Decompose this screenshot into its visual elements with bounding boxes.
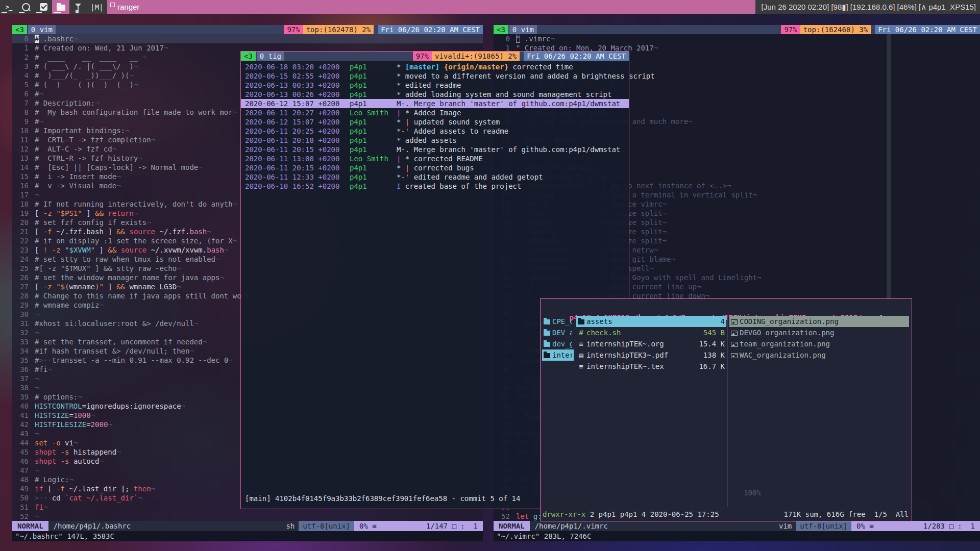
- file-item[interactable]: #check.sh545 B: [576, 327, 726, 338]
- parent-dir-item[interactable]: inter~: [542, 349, 574, 361]
- file-item[interactable]: ≡internshipTEK~.org15.4 K: [576, 338, 726, 349]
- vim-cursor-position: 1/147 □ : 1: [426, 521, 478, 531]
- clock-badge: Fri 06/26 02:20 AM CEST: [524, 52, 629, 61]
- tag-indicator: [36, 12, 42, 13]
- preview-file-item[interactable]: team_organization.png: [729, 338, 909, 349]
- commit-row[interactable]: 2020-06-11 20:25 +0200p4p1*-' Added asse…: [241, 127, 629, 136]
- commit-row[interactable]: 2020-06-11 20:18 +0200p4p1* added assets: [241, 136, 629, 145]
- commit-row[interactable]: 2020-06-11 13:08 +0200Leo Smith| * corre…: [241, 154, 629, 163]
- preview-file-item[interactable]: DEVGO_organization.png: [729, 327, 909, 338]
- ranger-footer: drwxr-xr-x 2 p4p1 p4p1 4 2020-06-25 17:2…: [543, 509, 909, 519]
- commit-row[interactable]: 2020-06-11 20:15 +0200p4p1* | corrected …: [241, 163, 629, 172]
- tmux-bar-tig: <3 0 tig 97% vivaldi+:(91865) 2% Fri 06/…: [241, 52, 629, 61]
- commit-row[interactable]: 2020-06-15 02:55 +0200p4p1* moved to a d…: [241, 71, 629, 81]
- parent-dir-item[interactable]: dev_go: [542, 338, 574, 349]
- vim-scroll-percent: 0% ≡: [856, 521, 874, 531]
- commit-row[interactable]: 2020-06-11 20:15 +0200p4p1M-. Merge bran…: [241, 145, 629, 154]
- tig-status-line: [main] 4102b4f0145f9a3b33b2f6389cef3901f…: [245, 494, 520, 503]
- file-item[interactable]: assets4: [576, 316, 726, 327]
- code-line: 52¬: [12, 512, 483, 521]
- file-item[interactable]: ≡internshipTEK~.tex16.7 K: [576, 361, 726, 372]
- vim-position-badge: 0% ≡ 1/147 □ : 1: [354, 521, 483, 531]
- commit-row[interactable]: 2020-06-11 12:33 +0200p4p1*-' edited rea…: [241, 172, 629, 182]
- tag-media[interactable]: [69, 0, 87, 14]
- vim-cursor-position: 1/283 □ : 1: [923, 521, 975, 531]
- column-separator: [727, 314, 728, 507]
- tmux-bar-left: <3 0 vim 97% top:(162478) 2% Fri 06/26 0…: [12, 25, 483, 34]
- preview-scroll-percent: 100%: [744, 489, 761, 497]
- ranger-window[interactable]: p4p1@p4p1XPS15 /home/p4p1/Documents/TECH…: [540, 298, 912, 521]
- terminal-icon: >_: [6, 4, 12, 11]
- desktop: >_ |M| ranger [Jun 26 2020 02:20] [98▮] …: [0, 0, 980, 551]
- drink-icon: [75, 3, 82, 11]
- file-info: 2 p4p1 p4p1 4 2020-06-25 17:25: [585, 509, 719, 519]
- cpu-badge: 97%: [781, 25, 800, 34]
- parent-dir-item[interactable]: CPE_c~: [542, 316, 574, 327]
- commit-row[interactable]: 2020-06-10 16:52 +0200p4p1I created base…: [241, 182, 629, 191]
- ranger-parent-column[interactable]: CPE_c~DEV_a~dev_gointer~: [542, 316, 574, 361]
- preview-file-item[interactable]: WAC_organization.png: [729, 349, 909, 361]
- tag-tasks[interactable]: [35, 0, 52, 14]
- commit-row[interactable]: 2020-06-13 00:33 +0200p4p1* edited readm…: [241, 81, 629, 90]
- commit-list[interactable]: 2020-06-18 03:20 +0200p4p1* [master] {or…: [241, 62, 629, 191]
- vim-encoding: utf-8[unix]: [299, 521, 354, 531]
- tmux-window-name[interactable]: 0 vim: [509, 25, 537, 34]
- focused-window-title: ranger: [117, 3, 139, 11]
- vim-filetype: sh: [282, 521, 299, 531]
- code-line: 0# .bashrc¬: [12, 34, 483, 43]
- tmux-session-badge: <3: [12, 25, 27, 34]
- vim-filetype: vim: [775, 521, 796, 531]
- vim-command-line-left[interactable]: "~/.bashrc" 147L, 3583C: [12, 531, 483, 541]
- tag-terminal[interactable]: >_: [0, 0, 17, 14]
- vim-mode-badge: NORMAL: [12, 521, 48, 531]
- tmux-bar-right: <3 0 vim 97% top:(162460) 3% Fri 06/26 0…: [494, 25, 980, 34]
- vim-command-line-right[interactable]: "~/.vimrc" 283L, 7246C: [494, 531, 980, 541]
- vim-scroll-percent: 0% ≡: [359, 521, 377, 531]
- vim-file-path: /home/p4p1/.bashrc: [48, 521, 282, 531]
- top-process-badge: top:(162478) 2%: [303, 25, 374, 34]
- vim-encoding: utf-8[unix]: [796, 521, 851, 531]
- clock-badge: Fri 06/26 02:20 AM CEST: [875, 25, 980, 34]
- top-process-badge: top:(162460) 3%: [800, 25, 871, 34]
- checkbox-icon: [40, 3, 47, 11]
- tag-indicator: [19, 12, 24, 13]
- ranger-path-bar: p4p1@p4p1XPS15 /home/p4p1/Documents/TECH…: [541, 299, 912, 311]
- top-status-bar: >_ |M| ranger [Jun 26 2020 02:20] [98▮] …: [0, 0, 980, 14]
- tmux-window-name[interactable]: 0 vim: [28, 25, 56, 34]
- window-title-area[interactable]: ranger: [107, 0, 755, 14]
- ranger-preview-column[interactable]: CODING_organization.pngDEVGO_organizatio…: [729, 316, 909, 361]
- commit-row[interactable]: 2020-06-13 00:26 +0200p4p1* added loadin…: [241, 90, 629, 99]
- column-separator: [575, 314, 575, 507]
- parent-dir-item[interactable]: DEV_a~: [542, 327, 574, 338]
- clock-badge: Fri 06/26 02:20 AM CEST: [378, 25, 483, 34]
- commit-row[interactable]: 2020-06-12 15:07 +0200p4p1M-. Merge bran…: [241, 99, 629, 108]
- file-permissions: drwxr-xr-x: [543, 509, 585, 519]
- tmux-session-badge: <3: [494, 25, 508, 34]
- disk-usage-info: 171K sum, 616G free 1/5 All: [784, 509, 909, 519]
- tag-indicator: [54, 12, 61, 13]
- tag-files-active[interactable]: [52, 0, 69, 14]
- tmux-session-badge: <3: [241, 52, 256, 61]
- preview-file-item[interactable]: CODING_organization.png: [729, 316, 909, 327]
- commit-row[interactable]: 2020-06-18 03:20 +0200p4p1* [master] {or…: [241, 62, 629, 71]
- commit-row[interactable]: 2020-06-11 20:27 +0200Leo Smith| * Added…: [241, 108, 629, 117]
- search-icon: [22, 3, 30, 11]
- file-item[interactable]: ▤internshipTEK3~.pdf138 K: [576, 349, 726, 361]
- vim-mode-badge: NORMAL: [494, 521, 530, 531]
- vim-statusline-right: NORMAL /home/p4p1/.vimrc vim utf-8[unix]…: [494, 521, 980, 531]
- statusbar-info: [Jun 26 2020 02:20] [98▮] [192.168.0.6] …: [755, 0, 980, 14]
- folder-icon: [57, 5, 65, 11]
- vim-statusline-left: NORMAL /home/p4p1/.bashrc sh utf-8[unix]…: [12, 521, 483, 531]
- vim-file-path: /home/p4p1/.vimrc: [530, 521, 775, 531]
- tag-indicator: [2, 12, 7, 13]
- floating-indicator-icon: [110, 3, 115, 7]
- top-process-badge: vivaldi+:(91865) 2%: [432, 52, 520, 61]
- tmux-window-name[interactable]: 0 tig: [257, 52, 284, 61]
- cpu-badge: 97%: [284, 25, 303, 34]
- layout-symbol[interactable]: |M|: [87, 0, 107, 14]
- commit-row[interactable]: 2020-06-12 15:07 +0200p4p1* | updated so…: [241, 117, 629, 127]
- tag-search[interactable]: [17, 0, 35, 14]
- vim-position-badge: 0% ≡ 1/283 □ : 1: [851, 521, 980, 531]
- code-line: 0" .vimrc¬: [494, 34, 980, 43]
- ranger-main-column[interactable]: assets4#check.sh545 B≡internshipTEK~.org…: [576, 316, 726, 372]
